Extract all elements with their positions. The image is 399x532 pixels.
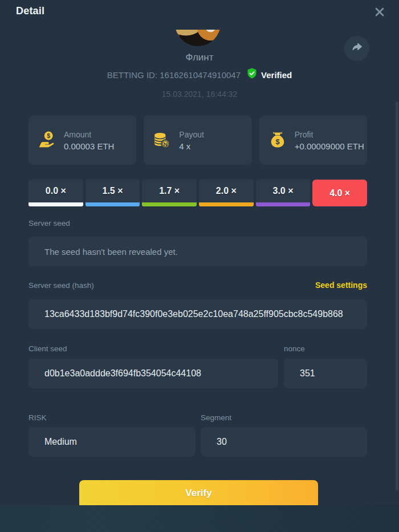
risk-value: Medium <box>28 437 77 447</box>
multiplier-button-0[interactable]: 0.0 × <box>28 180 83 206</box>
multiplier-row: 0.0 × 1.5 × 1.7 × 2.0 × 3.0 × 4.0 × <box>28 180 367 206</box>
multiplier-button-2[interactable]: 1.7 × <box>142 180 197 206</box>
server-seed-hash-field[interactable]: 13ca6433d183bf9d74fc390f0e3eb025e2c10ea7… <box>28 299 367 329</box>
client-seed-label: Client seed <box>28 344 67 353</box>
multiplier-underline <box>85 202 140 206</box>
avatar <box>175 30 221 47</box>
multiplier-label: 4.0 × <box>329 188 350 198</box>
multiplier-underline <box>256 202 311 206</box>
client-seed-value: d0b1e3a0addde3f694fb354054c44108 <box>28 368 201 379</box>
nonce-field[interactable]: 351 <box>284 359 367 388</box>
server-seed-hash-label: Server seed (hash) <box>28 281 94 290</box>
multiplier-underline <box>199 202 254 206</box>
multiplier-underline <box>142 202 197 206</box>
close-icon <box>374 6 385 18</box>
risk-field[interactable]: Medium <box>28 427 196 457</box>
page-background: Detail Флинт BETTING ID: 161626104749100… <box>0 0 399 532</box>
money-bag-icon: $ <box>268 131 287 150</box>
svg-text:$: $ <box>275 137 279 146</box>
server-seed-label: Server seed <box>28 219 70 228</box>
segment-value: 30 <box>201 437 227 447</box>
scrollbar[interactable] <box>396 101 398 490</box>
bet-datetime: 15.03.2021, 16:44:32 <box>0 90 399 99</box>
stat-card-amount: $ Amount 0.00003 ETH <box>28 116 136 165</box>
multiplier-button-4[interactable]: 3.0 × <box>256 180 311 206</box>
server-seed-value: The seed hasn't been revealed yet. <box>28 247 178 257</box>
stat-value: +0.00009000 ETH <box>295 141 364 151</box>
shield-check-icon <box>246 67 258 82</box>
client-seed-field[interactable]: d0b1e3a0addde3f694fb354054c44108 <box>28 359 278 388</box>
multiplier-label: 3.0 × <box>273 186 294 196</box>
verified-label: Verified <box>261 70 292 80</box>
hand-coin-icon: $ <box>37 131 56 150</box>
nonce-label: nonce <box>284 344 305 353</box>
multiplier-button-1[interactable]: 1.5 × <box>85 180 140 206</box>
close-button[interactable] <box>374 6 385 18</box>
stat-value: 4 x <box>179 141 204 151</box>
stat-label: Amount <box>64 130 114 139</box>
multiplier-button-3[interactable]: 2.0 × <box>199 180 254 206</box>
share-arrow-icon <box>351 41 363 56</box>
stat-label: Profit <box>295 130 364 139</box>
stat-card-profit: $ Profit +0.00009000 ETH <box>259 116 367 165</box>
verified-badge: Verified <box>246 67 292 82</box>
multiplier-label: 0.0 × <box>46 186 66 196</box>
multiplier-underline <box>28 202 83 206</box>
detail-modal: Detail Флинт BETTING ID: 161626104749100… <box>0 0 399 505</box>
betting-id: BETTING ID: 16162610474910047 <box>107 70 241 80</box>
share-button[interactable] <box>344 36 369 61</box>
multiplier-button-5-selected[interactable]: 4.0 × <box>312 180 367 206</box>
verify-button[interactable]: Verify <box>79 480 318 505</box>
svg-text:$: $ <box>47 132 50 139</box>
stat-cards: $ Amount 0.00003 ETH <box>28 116 367 165</box>
stat-value: 0.00003 ETH <box>64 141 114 151</box>
coins-stack-icon: N <box>152 131 172 150</box>
betting-id-row: BETTING ID: 16162610474910047 Verified <box>0 67 399 82</box>
segment-label: Segment <box>201 413 231 422</box>
page-title: Detail <box>16 5 44 17</box>
multiplier-label: 2.0 × <box>216 186 237 196</box>
risk-label: RISK <box>28 413 47 422</box>
stat-card-payout: N Payout 4 x <box>144 116 251 165</box>
server-seed-hash-value: 13ca6433d183bf9d74fc390f0e3eb025e2c10ea7… <box>28 309 343 319</box>
multiplier-label: 1.7 × <box>159 186 180 196</box>
seed-settings-link[interactable]: Seed settings <box>315 281 367 290</box>
multiplier-label: 1.5 × <box>102 186 123 196</box>
avatar-image <box>175 30 221 46</box>
stat-label: Payout <box>179 130 204 139</box>
svg-text:N: N <box>164 141 168 147</box>
nonce-value: 351 <box>284 368 315 379</box>
server-seed-field[interactable]: The seed hasn't been revealed yet. <box>28 237 367 266</box>
segment-field[interactable]: 30 <box>201 427 367 457</box>
username: Флинт <box>0 52 399 63</box>
